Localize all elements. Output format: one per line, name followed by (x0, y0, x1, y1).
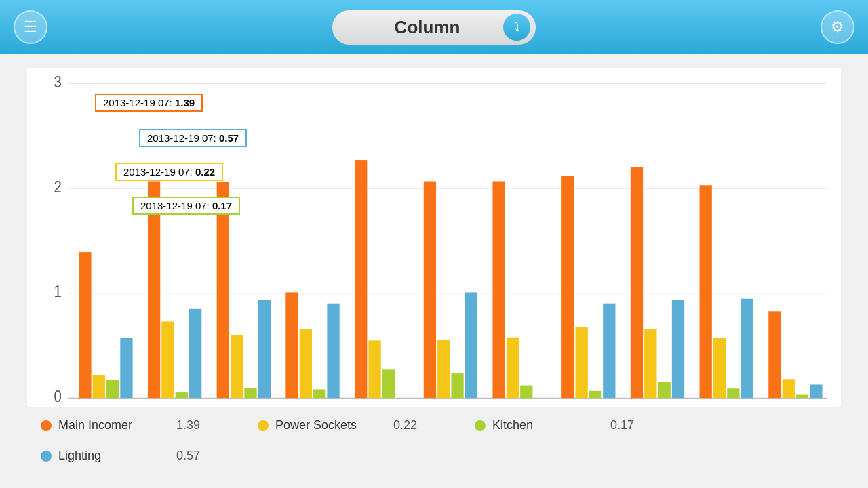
svg-rect-49 (810, 384, 822, 398)
legend-label-power-sockets: Power Sockets (275, 418, 357, 432)
chart-area: 3 2 1 0 (27, 68, 841, 407)
legend-value-lighting: 0.57 (176, 449, 258, 463)
svg-text:3: 3 (54, 73, 62, 92)
tooltip-label-4: 2013-12-19 07: (140, 200, 212, 211)
svg-rect-41 (672, 300, 684, 398)
svg-rect-26 (382, 369, 395, 398)
svg-rect-48 (796, 395, 808, 399)
tooltip-label-3: 2013-12-19 07: (123, 166, 195, 178)
tooltip-power-sockets: 2013-12-19 07: 0.22 (115, 163, 223, 181)
dropdown-button[interactable]: ⤵ (503, 14, 530, 41)
svg-rect-14 (176, 392, 188, 398)
svg-rect-25 (368, 340, 380, 398)
svg-rect-8 (79, 252, 91, 398)
menu-icon: ☰ (24, 18, 37, 36)
legend-value-kitchen: 0.17 (610, 418, 692, 432)
svg-text:0: 0 (54, 388, 62, 406)
svg-text:2: 2 (54, 178, 62, 196)
svg-rect-22 (313, 389, 326, 398)
chart-title: Column (395, 17, 460, 38)
tooltip-main-incomer: 2013-12-19 07: 1.39 (95, 94, 203, 112)
svg-rect-44 (727, 388, 739, 398)
tooltip-value-2: 0.57 (219, 132, 239, 144)
gear-icon: ⚙ (831, 18, 844, 36)
svg-rect-36 (589, 391, 601, 398)
svg-rect-17 (231, 335, 243, 398)
svg-rect-47 (783, 379, 795, 398)
svg-rect-23 (327, 304, 339, 399)
title-dropdown: Column ⤵ (332, 10, 536, 45)
legend-row-2: Lighting 0.57 (41, 449, 827, 463)
svg-rect-46 (768, 311, 781, 398)
chevron-down-icon: ⤵ (514, 20, 520, 35)
legend-value-main-incomer: 1.39 (176, 418, 258, 432)
legend-dot-kitchen (475, 420, 486, 431)
svg-rect-35 (575, 327, 587, 399)
svg-rect-11 (120, 338, 132, 398)
legend-row-1: Main Incomer 1.39 Power Sockets 0.22 Kit… (41, 418, 827, 432)
svg-rect-19 (258, 300, 271, 398)
tooltip-label-1: 2013-12-19 07: (103, 97, 175, 108)
tooltip-value-3: 0.22 (195, 166, 215, 178)
svg-rect-10 (106, 380, 119, 398)
svg-rect-34 (561, 176, 574, 398)
svg-rect-21 (300, 329, 312, 398)
svg-rect-9 (93, 375, 105, 398)
legend-dot-lighting (41, 451, 52, 462)
svg-text:1: 1 (54, 283, 62, 301)
svg-rect-18 (244, 388, 256, 398)
svg-rect-30 (465, 292, 477, 398)
tooltip-lighting: 2013-12-19 07: 0.57 (139, 129, 247, 147)
svg-rect-24 (355, 160, 367, 398)
chart-svg: 3 2 1 0 (27, 68, 841, 407)
svg-rect-13 (161, 321, 174, 398)
svg-rect-42 (700, 185, 712, 398)
legend-item-lighting: Lighting (41, 449, 176, 463)
svg-rect-40 (658, 382, 671, 398)
tooltip-label-2: 2013-12-19 07: (147, 132, 219, 144)
legend-label-lighting: Lighting (58, 449, 101, 463)
tooltip-kitchen: 2013-12-19 07: 0.17 (132, 197, 240, 215)
svg-rect-43 (713, 338, 726, 398)
settings-button[interactable]: ⚙ (821, 10, 854, 44)
menu-button[interactable]: ☰ (14, 10, 47, 44)
svg-rect-37 (603, 304, 615, 399)
legend-label-main-incomer: Main Incomer (58, 418, 132, 432)
svg-rect-20 (285, 292, 298, 398)
legend-label-kitchen: Kitchen (492, 418, 533, 432)
svg-rect-15 (189, 309, 201, 398)
legend-item-main-incomer: Main Incomer (41, 418, 176, 432)
tooltip-value-4: 0.17 (212, 200, 232, 211)
header: ☰ Column ⤵ ⚙ (0, 0, 868, 54)
main-content: 3 2 1 0 (0, 54, 868, 488)
tooltip-value-1: 1.39 (175, 97, 195, 108)
legend: Main Incomer 1.39 Power Sockets 0.22 Kit… (27, 407, 841, 474)
legend-value-power-sockets: 0.22 (393, 418, 475, 432)
legend-item-kitchen: Kitchen (475, 418, 610, 432)
svg-rect-39 (644, 329, 656, 398)
svg-rect-45 (741, 299, 753, 399)
svg-rect-38 (631, 167, 643, 399)
svg-rect-28 (437, 340, 450, 398)
svg-rect-31 (492, 181, 505, 398)
svg-rect-33 (520, 386, 532, 399)
svg-rect-27 (424, 181, 436, 398)
svg-rect-29 (451, 373, 463, 398)
legend-dot-main-incomer (41, 420, 52, 431)
svg-rect-32 (507, 338, 519, 399)
legend-item-power-sockets: Power Sockets (258, 418, 393, 432)
legend-dot-power-sockets (258, 420, 269, 431)
